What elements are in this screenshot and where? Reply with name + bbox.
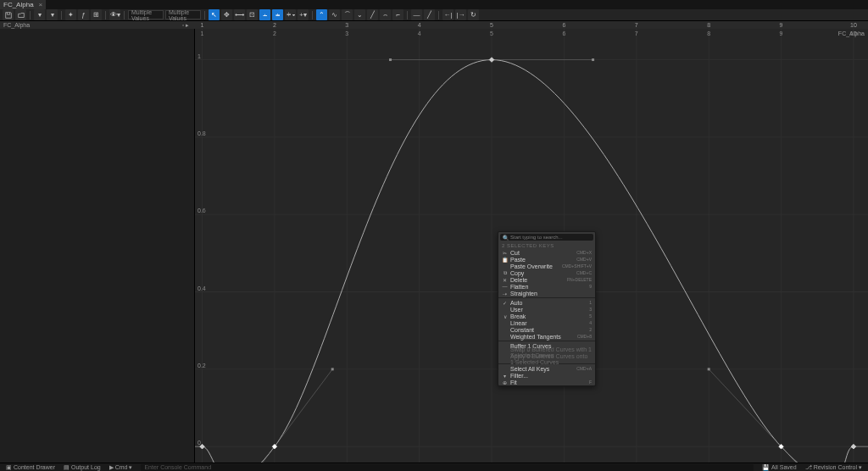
content-drawer-button[interactable]: ▣Content Drawer (3, 463, 58, 471)
tangent-linear-button[interactable]: ╱ (367, 9, 378, 20)
context-item-weighted-tangents[interactable]: Weighted TangentsCMD+8 (498, 333, 595, 340)
search-input[interactable] (510, 235, 591, 240)
curves-button[interactable]: ▾ (47, 9, 58, 20)
context-item-label: Straighten (510, 291, 592, 296)
context-item-label: Weighted Tangents (510, 334, 577, 340)
snap-options-button[interactable]: ⫩▾ (285, 9, 296, 20)
context-item-flatten[interactable]: —Flatten9 (498, 283, 595, 290)
post-infinity-button[interactable]: |→ (455, 9, 466, 20)
context-separator (498, 297, 595, 298)
tangent-constant-button[interactable]: ⌐ (392, 9, 403, 20)
context-item-linear[interactable]: Linear4 (498, 319, 595, 326)
context-item-cut[interactable]: ✂CutCMD+X (498, 249, 595, 256)
time-tick: 6 (562, 22, 565, 28)
save-button[interactable] (3, 9, 14, 20)
snap-time-button[interactable]: ⫠ (259, 9, 270, 20)
svg-text:2: 2 (273, 30, 276, 36)
context-item-fit[interactable]: ⊕FitF (498, 379, 595, 385)
cmd-icon: ▶ (109, 464, 114, 471)
context-item-icon: ✓ (502, 300, 508, 306)
context-item-filter-[interactable]: ▾Filter... (498, 372, 595, 379)
context-item-label: User (510, 307, 589, 313)
search-icon: 🔍 (503, 235, 509, 241)
context-item-copy[interactable]: ⧉CopyCMD+C (498, 269, 595, 276)
main-toolbar: ▾ ▾ ✦ ƒ ⊞ 👁▾ Multiple Values Multiple Va… (0, 9, 868, 21)
context-item-delete[interactable]: ✕DeleteFN+DELETE (498, 276, 595, 283)
context-item-label: Constant (510, 327, 589, 333)
svg-text:0.8: 0.8 (198, 130, 206, 136)
separator (105, 11, 106, 19)
transform-tool-button[interactable]: ✥ (221, 9, 232, 20)
separator (438, 11, 439, 19)
context-item-straighten[interactable]: ⇢Straighten (498, 290, 595, 296)
retime-tool-button[interactable]: ⟷ (234, 9, 245, 20)
context-item-paste-overwrite[interactable]: Paste OverwriteCMD+SHIFT+V (498, 263, 595, 269)
context-item-label: Auto (510, 300, 589, 306)
browse-button[interactable] (15, 9, 26, 20)
separator (124, 11, 125, 19)
context-item-icon: ✕ (502, 277, 508, 283)
pre-infinity-button[interactable]: ←| (442, 9, 453, 20)
view-mode-button[interactable]: ▾ (34, 9, 45, 20)
key-button[interactable]: ✦ (65, 9, 76, 20)
revision-control-button[interactable]: ⎇Revision Control▾ (802, 463, 865, 471)
svg-text:1: 1 (201, 30, 204, 36)
snap-value-button[interactable]: ⫨ (272, 9, 283, 20)
visibility-button[interactable]: 👁▾ (109, 9, 120, 20)
tangent-smart-button[interactable]: ∿ (329, 9, 340, 20)
context-item-shortcut: 2 (589, 327, 592, 332)
context-search[interactable]: 🔍 (500, 234, 593, 241)
output-log-button[interactable]: ▤Output Log (60, 463, 104, 471)
tab-bar: FC_Alpha × (0, 0, 868, 9)
context-item-icon: 📋 (502, 257, 508, 263)
interp-dropdown-1[interactable]: Multiple Values (128, 10, 164, 19)
close-icon[interactable]: × (39, 1, 43, 8)
curve-key[interactable] (489, 58, 494, 63)
context-item-break[interactable]: ∨Break5 (498, 313, 595, 319)
context-item-label: Apply 0 Buffered Curves onto 1 Selected … (510, 353, 592, 365)
all-saved-button[interactable]: 💾All Saved (759, 463, 800, 471)
cmd-dropdown[interactable]: ▶Cmd▾ (106, 463, 136, 471)
grid-button[interactable]: ⊞ (91, 9, 102, 20)
context-item-auto[interactable]: ✓Auto1 (498, 299, 595, 306)
context-item-select-all-keys[interactable]: Select All KeysCMD+A (498, 365, 595, 372)
context-item-icon: ⊕ (502, 380, 508, 385)
cycle-button[interactable]: ↻ (468, 9, 479, 20)
context-item-label: Linear (510, 320, 589, 326)
svg-text:6: 6 (562, 30, 565, 36)
curve-outliner[interactable] (0, 29, 195, 466)
context-item-label: Filter... (510, 373, 592, 379)
branch-icon: ⎇ (805, 464, 812, 471)
context-item-user[interactable]: User3 (498, 306, 595, 313)
context-item-label: Paste (510, 257, 576, 263)
context-item-paste[interactable]: 📋PasteCMD+V (498, 256, 595, 263)
select-tool-button[interactable]: ↖ (209, 9, 220, 20)
tangent-user-button[interactable]: ⌒ (342, 9, 353, 20)
context-item-shortcut: 4 (589, 320, 592, 325)
lock-axis-button[interactable]: +▾ (298, 9, 309, 20)
context-item-constant[interactable]: Constant2 (498, 326, 595, 333)
fn-button[interactable]: ƒ (78, 9, 89, 20)
context-item-shortcut: 5 (589, 313, 592, 319)
separator (407, 11, 408, 19)
interp-dropdown-2[interactable]: Multiple Values (165, 10, 201, 19)
tangent-weighted-button[interactable]: ⌢ (380, 9, 391, 20)
flatten-button[interactable]: — (411, 9, 422, 20)
context-item-icon: ▾ (502, 373, 508, 379)
svg-rect-36 (331, 368, 334, 370)
straighten-button[interactable]: ╱ (424, 9, 435, 20)
svg-text:0.6: 0.6 (198, 208, 206, 213)
context-item-shortcut: CMD+X (576, 250, 592, 255)
time-tick: 2 (273, 22, 276, 28)
svg-rect-41 (708, 368, 710, 370)
auto-tangent-button[interactable]: ⌃ (316, 9, 327, 20)
tangent-break-button[interactable]: ⌄ (354, 9, 365, 20)
context-menu: 🔍 2 SELECTED KEYS ✂CutCMD+X📋PasteCMD+VPa… (498, 231, 596, 386)
curve-key[interactable] (851, 444, 856, 449)
svg-text:0.4: 0.4 (198, 285, 206, 291)
console-input[interactable]: Enter Console Command (141, 464, 754, 471)
separator (312, 11, 313, 19)
context-item-shortcut: 9 (589, 284, 592, 289)
tab-fc-alpha[interactable]: FC_Alpha × (0, 0, 46, 9)
multi-tool-button[interactable]: ⊡ (247, 9, 258, 20)
